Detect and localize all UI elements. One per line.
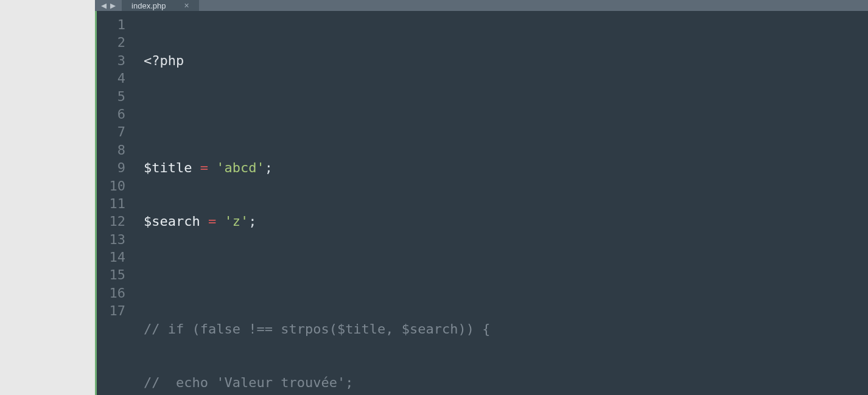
php-open-tag: <?php xyxy=(144,53,184,68)
code-line: // echo 'Valeur trouvée'; xyxy=(144,374,868,391)
code-surface[interactable]: 1234567891011121314151617 <?php $title =… xyxy=(95,11,868,395)
line-number: 7 xyxy=(97,123,125,141)
line-number: 6 xyxy=(97,105,125,123)
line-number: 17 xyxy=(97,302,125,320)
line-number: 10 xyxy=(97,177,125,195)
tab-close-icon[interactable]: × xyxy=(184,1,189,10)
variable: $title xyxy=(144,160,192,175)
nav-back-icon[interactable]: ◀ xyxy=(101,0,107,11)
line-number: 11 xyxy=(97,195,125,212)
string-literal: 'abcd' xyxy=(216,160,264,175)
semicolon: ; xyxy=(248,214,256,229)
code-line: $search = 'z'; xyxy=(144,212,868,230)
code-line: // if (false !== strpos($title, $search)… xyxy=(144,320,868,338)
window-left-margin xyxy=(0,0,95,395)
operator: = xyxy=(208,214,216,229)
line-number: 14 xyxy=(97,248,125,266)
line-number: 9 xyxy=(97,159,125,177)
line-number: 13 xyxy=(97,231,125,248)
code-line: <?php xyxy=(144,52,868,69)
variable: $search xyxy=(144,214,200,229)
line-number-gutter: 1234567891011121314151617 xyxy=(95,11,133,395)
operator: = xyxy=(200,160,208,175)
code-line xyxy=(144,105,868,123)
tab-nav-arrows: ◀ ▶ xyxy=(95,0,122,11)
semicolon: ; xyxy=(265,160,273,175)
comment: // if (false !== strpos($title, $search)… xyxy=(144,321,491,337)
line-number: 2 xyxy=(97,33,125,51)
line-number: 12 xyxy=(97,212,125,230)
string-literal: 'z' xyxy=(224,214,248,229)
code-content[interactable]: <?php $title = 'abcd'; $search = 'z'; //… xyxy=(133,11,868,395)
tab-index-php[interactable]: index.php × xyxy=(122,0,199,11)
editor-area: ◀ ▶ index.php × 123456789101112131415161… xyxy=(95,0,868,395)
code-line xyxy=(144,267,868,284)
tab-filename: index.php xyxy=(131,1,166,10)
line-number: 5 xyxy=(97,88,125,105)
line-number: 15 xyxy=(97,266,125,284)
line-number: 4 xyxy=(97,69,125,87)
line-number: 8 xyxy=(97,141,125,159)
tab-bar: ◀ ▶ index.php × xyxy=(95,0,868,11)
nav-forward-icon[interactable]: ▶ xyxy=(110,0,116,11)
code-line: $title = 'abcd'; xyxy=(144,159,868,177)
app-root: ◀ ▶ index.php × 123456789101112131415161… xyxy=(0,0,868,395)
line-number: 3 xyxy=(97,52,125,69)
line-number: 1 xyxy=(97,16,125,33)
line-number: 16 xyxy=(97,284,125,302)
comment: // echo 'Valeur trouvée'; xyxy=(144,375,353,390)
